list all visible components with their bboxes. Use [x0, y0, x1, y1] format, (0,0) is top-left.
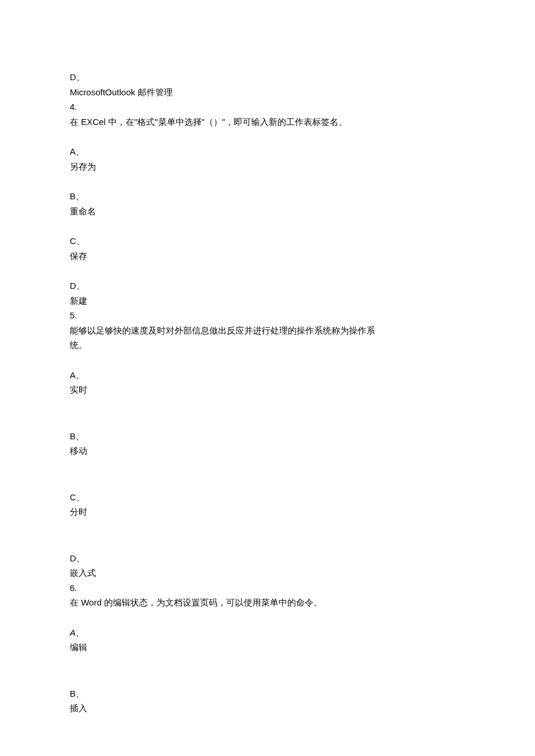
option-d-letter: D、	[70, 70, 465, 85]
q6-option-b-letter: B、	[70, 686, 465, 701]
q5-option-a-text: 实时	[70, 382, 465, 397]
question-5-stem-line2: 统。	[70, 338, 465, 353]
q5-option-b-letter: B、	[70, 429, 465, 444]
q6-option-a-text: 编辑	[70, 640, 465, 655]
q4-option-c-letter: C、	[70, 234, 465, 249]
q5-option-a-letter: A、	[70, 368, 465, 383]
q6-option-a-letter: A、	[70, 625, 465, 640]
question-4-number: 4.	[70, 99, 465, 114]
q4-option-a-text: 另存为	[70, 159, 465, 174]
q4-option-d-letter: D、	[70, 278, 465, 293]
option-d-text: MicrosoftOutlook 邮件管理	[70, 85, 465, 100]
q5-option-d-letter: D、	[70, 551, 465, 566]
q4-option-b-letter: B、	[70, 189, 465, 204]
question-6-number: 6.	[70, 581, 465, 596]
question-5-number: 5.	[70, 308, 465, 323]
q4-option-d-text: 新建	[70, 293, 465, 309]
q5-option-b-text: 移动	[70, 443, 465, 458]
q4-option-a-letter: A、	[70, 144, 465, 159]
q6-option-b-text: 插入	[70, 701, 465, 716]
question-5-stem-line1: 能够以足够快的速度及时对外部信息做出反应并进行处理的操作系统称为操作系	[70, 323, 465, 338]
question-6-stem: 在 Word 的编辑状态，为文档设置页码，可以使用菜单中的命令。	[70, 595, 465, 610]
q4-option-c-text: 保存	[70, 249, 465, 264]
q5-option-c-letter: C、	[70, 490, 465, 505]
q5-option-d-text: 嵌入式	[70, 565, 465, 581]
question-4-stem: 在 EXCel 中，在"格式"菜单中选择"（）"，即可输入新的工作表标签名。	[70, 114, 465, 130]
q5-option-c-text: 分时	[70, 504, 465, 519]
q4-option-b-text: 重命名	[70, 204, 465, 219]
